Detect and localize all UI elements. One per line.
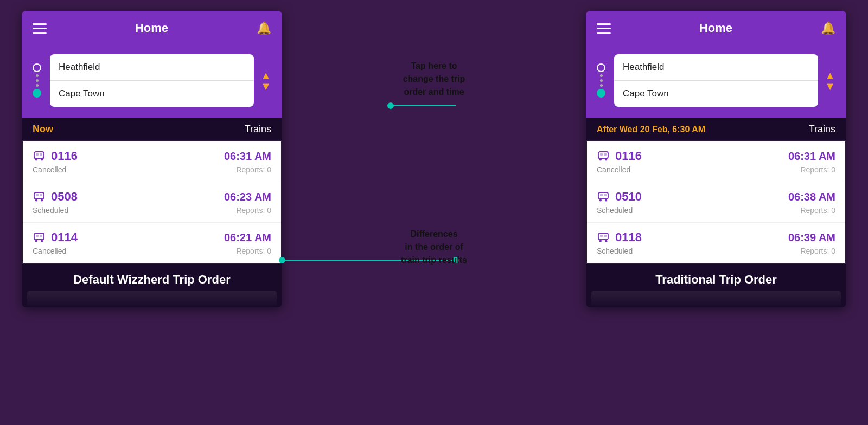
right-train-icon-1: [597, 190, 610, 203]
left-train-left-0: 0116: [33, 149, 78, 163]
right-train-item-1[interactable]: 0510 06:38 AM Scheduled Reports: 0: [587, 182, 845, 223]
left-train-top-2: 0114 06:21 AM: [33, 230, 271, 244]
left-train-item-0[interactable]: 0116 06:31 AM Cancelled Reports: 0: [23, 141, 281, 182]
left-train-time-0: 06:31 AM: [224, 150, 271, 163]
svg-rect-10: [40, 194, 42, 196]
right-train-item-2[interactable]: 0118 06:39 AM Scheduled Reports: 0: [587, 223, 845, 263]
left-hamburger-icon[interactable]: [33, 23, 47, 34]
left-to-input[interactable]: Cape Town: [50, 81, 254, 107]
left-train-item-2[interactable]: 0114 06:21 AM Cancelled Reports: 0: [23, 223, 281, 263]
right-reflection: [591, 291, 841, 307]
bottom-annotation: Differences in the order of train trip r…: [377, 228, 491, 267]
left-train-number-1: 0508: [51, 190, 78, 204]
svg-rect-37: [598, 192, 608, 199]
svg-rect-29: [598, 152, 608, 158]
right-train-icon-2: [597, 231, 610, 244]
right-toolbar: After Wed 20 Feb, 6:30 AM Trains: [586, 118, 846, 140]
right-dot2: [600, 79, 603, 82]
svg-rect-16: [34, 233, 44, 240]
svg-rect-46: [600, 235, 603, 237]
left-dest-dot: [33, 89, 41, 98]
right-train-reports-0: Reports: 0: [800, 165, 835, 174]
svg-rect-0: [34, 152, 44, 158]
left-train-bottom-0: Cancelled Reports: 0: [33, 165, 271, 174]
right-train-left-1: 0510: [597, 190, 642, 204]
left-train-reports-0: Reports: 0: [236, 165, 271, 174]
svg-rect-45: [598, 233, 608, 240]
right-hamburger-icon[interactable]: [597, 23, 611, 34]
right-train-number-1: 0510: [615, 190, 642, 204]
right-from-input[interactable]: Heathfield: [614, 54, 818, 81]
right-train-list: 0116 06:31 AM Cancelled Reports: 0: [586, 140, 846, 264]
right-train-bottom-2: Scheduled Reports: 0: [597, 247, 835, 255]
right-train-time-2: 06:39 AM: [788, 231, 835, 244]
right-mode-label[interactable]: Trains: [809, 124, 835, 135]
right-header-title: Home: [699, 21, 732, 35]
left-from-input[interactable]: Heathfield: [50, 54, 254, 81]
svg-rect-47: [604, 235, 607, 237]
right-origin-dot: [597, 63, 605, 72]
left-station-dots: [33, 63, 41, 98]
top-annotation: Tap here to change the trip order and ti…: [380, 60, 488, 99]
right-train-bottom-0: Cancelled Reports: 0: [597, 165, 835, 174]
svg-point-25: [387, 102, 394, 109]
left-train-left-2: 0114: [33, 230, 78, 244]
right-bell-icon[interactable]: 🔔: [821, 21, 835, 35]
left-train-left-1: 0508: [33, 190, 78, 204]
left-origin-dot: [33, 63, 41, 72]
right-dot1: [600, 74, 603, 77]
left-train-time-1: 06:23 AM: [224, 191, 271, 203]
left-train-list: 0116 06:31 AM Cancelled Reports: 0: [22, 140, 282, 264]
left-header-title: Home: [135, 21, 168, 35]
left-train-number-2: 0114: [51, 230, 78, 244]
left-train-icon-2: [33, 231, 46, 244]
left-dot2: [36, 79, 39, 82]
svg-rect-38: [600, 194, 603, 196]
right-swap-icon[interactable]: ▲ ▼: [825, 70, 835, 92]
right-train-top-2: 0118 06:39 AM: [597, 230, 835, 244]
left-train-time-2: 06:21 AM: [224, 231, 271, 244]
right-train-top-1: 0510 06:38 AM: [597, 190, 835, 204]
right-time-label[interactable]: After Wed 20 Feb, 6:30 AM: [597, 125, 705, 134]
right-to-input[interactable]: Cape Town: [614, 81, 818, 107]
left-train-status-0: Cancelled: [33, 165, 66, 174]
right-train-status-0: Cancelled: [597, 165, 630, 174]
right-station-dots: [597, 63, 605, 98]
svg-rect-8: [34, 192, 44, 199]
left-header: Home 🔔: [22, 11, 282, 46]
right-train-left-2: 0118: [597, 230, 642, 244]
right-train-reports-2: Reports: 0: [800, 247, 835, 255]
right-dest-dot: [597, 89, 605, 98]
left-train-item-1[interactable]: 0508 06:23 AM Scheduled Reports: 0: [23, 182, 281, 223]
right-train-status-2: Scheduled: [597, 247, 633, 255]
right-dot3: [600, 84, 603, 87]
right-train-number-0: 0116: [615, 149, 642, 163]
right-train-left-0: 0116: [597, 149, 642, 163]
left-time-label[interactable]: Now: [33, 124, 53, 135]
left-dot-line: [36, 74, 39, 87]
right-train-bottom-1: Scheduled Reports: 0: [597, 206, 835, 215]
left-toolbar: Now Trains: [22, 118, 282, 140]
left-search-area: Heathfield Cape Town ▲ ▼: [22, 46, 282, 118]
right-bottom-label: Traditional Trip Order: [586, 264, 846, 291]
svg-rect-39: [604, 194, 607, 196]
bottom-annotation-text: Differences in the order of train trip r…: [377, 228, 491, 267]
left-station-inputs: Heathfield Cape Town: [50, 54, 254, 107]
right-train-icon-0: [597, 150, 610, 163]
right-phone: Home 🔔 Heathfield Cape Town ▲ ▼: [586, 11, 846, 307]
left-bell-icon[interactable]: 🔔: [257, 21, 271, 35]
left-train-bottom-2: Cancelled Reports: 0: [33, 247, 271, 255]
left-dot3: [36, 84, 39, 87]
right-train-status-1: Scheduled: [597, 206, 633, 215]
right-train-time-0: 06:31 AM: [788, 150, 835, 163]
right-train-item-0[interactable]: 0116 06:31 AM Cancelled Reports: 0: [587, 141, 845, 182]
left-swap-icon[interactable]: ▲ ▼: [260, 70, 271, 92]
left-train-bottom-1: Scheduled Reports: 0: [33, 206, 271, 215]
svg-rect-18: [40, 235, 42, 237]
left-train-icon-0: [33, 150, 46, 163]
left-mode-label[interactable]: Trains: [245, 124, 271, 135]
left-train-reports-2: Reports: 0: [236, 247, 271, 255]
left-train-icon-1: [33, 190, 46, 203]
right-search-area: Heathfield Cape Town ▲ ▼: [586, 46, 846, 118]
left-train-number-0: 0116: [51, 149, 78, 163]
